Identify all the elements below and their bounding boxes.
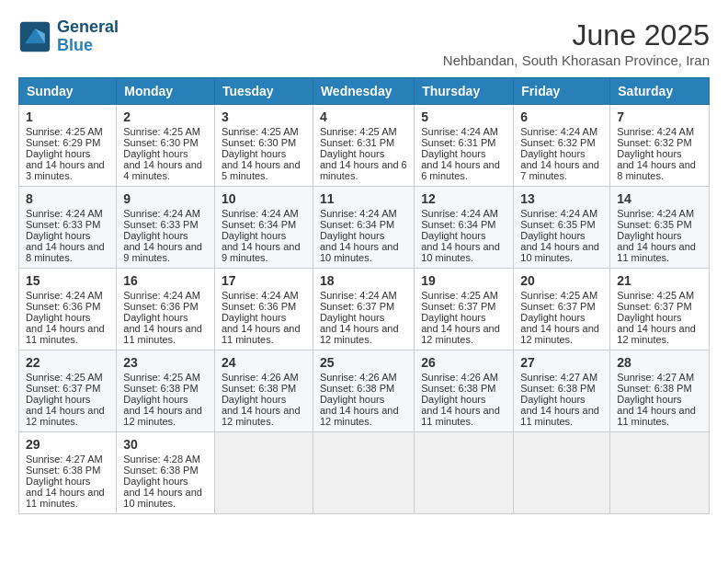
daylight-label: Daylight hours (222, 148, 286, 159)
sunset-label: Sunset: 6:38 PM (421, 383, 495, 394)
daylight-value: and 14 hours and 12 minutes. (222, 405, 301, 427)
daylight-label: Daylight hours (617, 394, 681, 405)
sunrise-label: Sunrise: 4:24 AM (222, 290, 299, 301)
calendar-cell: 9 Sunrise: 4:24 AM Sunset: 6:33 PM Dayli… (117, 187, 215, 269)
daylight-value: and 14 hours and 9 minutes. (222, 241, 301, 263)
sunset-label: Sunset: 6:37 PM (520, 301, 595, 312)
calendar-cell: 11 Sunrise: 4:24 AM Sunset: 6:34 PM Dayl… (313, 187, 414, 269)
daylight-value: and 14 hours and 11 minutes. (222, 323, 301, 345)
calendar-cell: 16 Sunrise: 4:24 AM Sunset: 6:36 PM Dayl… (117, 269, 215, 350)
sunset-label: Sunset: 6:38 PM (123, 465, 198, 476)
logo-line2: Blue (57, 37, 119, 55)
sunset-label: Sunset: 6:37 PM (421, 301, 495, 312)
daylight-label: Daylight hours (421, 148, 485, 159)
calendar-cell: 8 Sunrise: 4:24 AM Sunset: 6:33 PM Dayli… (19, 187, 117, 269)
daylight-label: Daylight hours (222, 394, 286, 405)
daylight-value: and 14 hours and 12 minutes. (617, 323, 696, 345)
daylight-label: Daylight hours (222, 230, 286, 241)
sunrise-label: Sunrise: 4:28 AM (123, 454, 200, 465)
sunrise-label: Sunrise: 4:24 AM (617, 126, 694, 137)
sunset-label: Sunset: 6:33 PM (123, 219, 198, 230)
daylight-value: and 14 hours and 12 minutes. (520, 323, 599, 345)
calendar-week-3: 15 Sunrise: 4:24 AM Sunset: 6:36 PM Dayl… (19, 269, 710, 350)
daylight-value: and 14 hours and 11 minutes. (617, 405, 696, 427)
daylight-value: and 14 hours and 9 minutes. (123, 241, 202, 263)
daylight-label: Daylight hours (26, 394, 90, 405)
sunrise-label: Sunrise: 4:25 AM (222, 126, 299, 137)
sunrise-label: Sunrise: 4:24 AM (320, 290, 397, 301)
calendar-cell: 23 Sunrise: 4:25 AM Sunset: 6:38 PM Dayl… (117, 350, 215, 432)
sunset-label: Sunset: 6:36 PM (222, 301, 296, 312)
header-wednesday: Wednesday (313, 78, 414, 105)
title-area: June 2025 Nehbandan, South Khorasan Prov… (443, 18, 710, 68)
calendar-week-4: 22 Sunrise: 4:25 AM Sunset: 6:37 PM Dayl… (19, 350, 710, 432)
calendar-cell: 14 Sunrise: 4:24 AM Sunset: 6:35 PM Dayl… (610, 187, 710, 269)
calendar-week-2: 8 Sunrise: 4:24 AM Sunset: 6:33 PM Dayli… (19, 187, 710, 269)
day-number: 16 (123, 273, 208, 288)
day-number: 6 (520, 109, 603, 124)
daylight-label: Daylight hours (320, 148, 384, 159)
calendar-cell: 4 Sunrise: 4:25 AM Sunset: 6:31 PM Dayli… (313, 105, 414, 187)
day-number: 15 (26, 273, 109, 288)
calendar-cell: 27 Sunrise: 4:27 AM Sunset: 6:38 PM Dayl… (514, 350, 610, 432)
day-number: 24 (222, 355, 306, 370)
daylight-label: Daylight hours (123, 394, 188, 405)
sunset-label: Sunset: 6:37 PM (320, 301, 394, 312)
calendar-cell (610, 432, 710, 514)
sunset-label: Sunset: 6:34 PM (421, 219, 495, 230)
sunrise-label: Sunrise: 4:24 AM (123, 290, 200, 301)
sunrise-label: Sunrise: 4:24 AM (520, 208, 597, 219)
calendar-cell: 1 Sunrise: 4:25 AM Sunset: 6:29 PM Dayli… (19, 105, 117, 187)
daylight-value: and 14 hours and 12 minutes. (123, 405, 202, 427)
sunset-label: Sunset: 6:35 PM (617, 219, 691, 230)
calendar-cell (514, 432, 610, 514)
daylight-label: Daylight hours (617, 230, 681, 241)
daylight-label: Daylight hours (26, 148, 90, 159)
sunset-label: Sunset: 6:30 PM (123, 137, 198, 148)
daylight-label: Daylight hours (617, 312, 681, 323)
sunrise-label: Sunrise: 4:24 AM (421, 208, 498, 219)
daylight-value: and 14 hours and 11 minutes. (26, 323, 105, 345)
calendar-cell: 12 Sunrise: 4:24 AM Sunset: 6:34 PM Dayl… (415, 187, 514, 269)
day-number: 5 (421, 109, 506, 124)
sunset-label: Sunset: 6:32 PM (617, 137, 691, 148)
calendar-cell: 17 Sunrise: 4:24 AM Sunset: 6:36 PM Dayl… (214, 269, 313, 350)
sunrise-label: Sunrise: 4:26 AM (421, 372, 498, 383)
calendar-cell (214, 432, 313, 514)
logo-icon (18, 20, 51, 53)
sunrise-label: Sunrise: 4:25 AM (123, 126, 200, 137)
daylight-label: Daylight hours (123, 230, 188, 241)
sunrise-label: Sunrise: 4:24 AM (617, 208, 694, 219)
daylight-label: Daylight hours (123, 476, 188, 487)
sunset-label: Sunset: 6:38 PM (617, 383, 691, 394)
sunrise-label: Sunrise: 4:27 AM (520, 372, 597, 383)
day-number: 18 (320, 273, 407, 288)
day-number: 23 (123, 355, 208, 370)
daylight-value: and 14 hours and 10 minutes. (123, 487, 202, 509)
page-header: General Blue June 2025 Nehbandan, South … (18, 18, 710, 68)
daylight-label: Daylight hours (123, 148, 188, 159)
logo-line1: General (57, 18, 119, 37)
sunset-label: Sunset: 6:34 PM (222, 219, 296, 230)
calendar-cell: 3 Sunrise: 4:25 AM Sunset: 6:30 PM Dayli… (214, 105, 313, 187)
header-sunday: Sunday (19, 78, 117, 105)
day-number: 4 (320, 109, 407, 124)
daylight-label: Daylight hours (520, 230, 585, 241)
sunset-label: Sunset: 6:36 PM (123, 301, 198, 312)
sunset-label: Sunset: 6:38 PM (26, 465, 100, 476)
day-number: 28 (617, 355, 702, 370)
calendar-cell (415, 432, 514, 514)
sunset-label: Sunset: 6:34 PM (320, 219, 394, 230)
calendar-cell: 15 Sunrise: 4:24 AM Sunset: 6:36 PM Dayl… (19, 269, 117, 350)
calendar-week-5: 29 Sunrise: 4:27 AM Sunset: 6:38 PM Dayl… (19, 432, 710, 514)
daylight-value: and 14 hours and 11 minutes. (421, 405, 500, 427)
day-number: 19 (421, 273, 506, 288)
day-number: 1 (26, 109, 109, 124)
day-number: 21 (617, 273, 702, 288)
daylight-value: and 14 hours and 11 minutes. (520, 405, 599, 427)
daylight-value: and 14 hours and 10 minutes. (520, 241, 599, 263)
page-subtitle: Nehbandan, South Khorasan Province, Iran (443, 52, 710, 68)
calendar-cell: 5 Sunrise: 4:24 AM Sunset: 6:31 PM Dayli… (415, 105, 514, 187)
sunset-label: Sunset: 6:30 PM (222, 137, 296, 148)
header-friday: Friday (514, 78, 610, 105)
